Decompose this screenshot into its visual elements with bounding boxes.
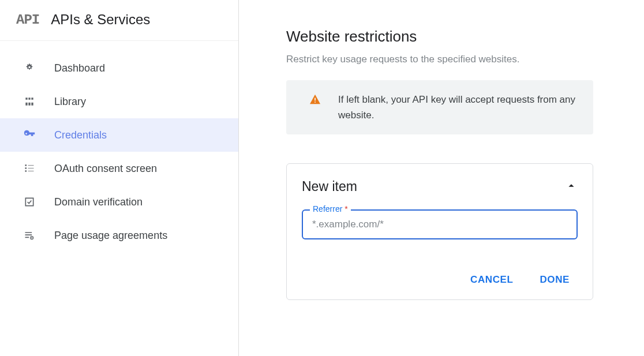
key-icon [23,129,36,141]
check-square-icon [23,196,36,208]
sidebar: API APIs & Services Dashboard Library Cr… [0,0,239,356]
cancel-button[interactable]: CANCEL [470,274,513,286]
referrer-field-wrap: Referrer * [302,209,578,239]
main-content: Website restrictions Restrict key usage … [239,0,644,356]
referrer-input[interactable] [302,209,578,239]
section-description: Restrict key usage requests to the speci… [286,54,593,65]
svg-rect-3 [314,102,316,103]
svg-rect-2 [314,98,316,101]
library-icon [23,95,36,108]
done-button[interactable]: DONE [540,274,570,286]
sidebar-item-dashboard[interactable]: Dashboard [0,51,238,85]
nav-label: Domain verification [54,196,143,208]
nav-list: Dashboard Library Credentials OAuth cons… [0,41,238,252]
sidebar-item-domain-verification[interactable]: Domain verification [0,185,238,219]
chevron-up-icon[interactable] [565,179,578,194]
consent-icon [23,162,36,175]
api-logo-icon: API [16,12,39,28]
svg-point-0 [28,66,30,68]
sidebar-item-page-usage-agreements[interactable]: Page usage agreements [0,219,238,252]
referrer-label: Referrer * [310,204,351,213]
new-item-card: New item Referrer * CANCEL DONE [286,163,593,300]
sidebar-item-credentials[interactable]: Credentials [0,118,238,152]
nav-label: Dashboard [54,62,105,74]
section-title: Website restrictions [286,28,593,46]
card-header: New item [302,179,578,194]
nav-label: Page usage agreements [54,230,167,242]
required-asterisk: * [345,204,347,213]
sidebar-item-oauth-consent[interactable]: OAuth consent screen [0,152,238,185]
warning-icon [309,94,321,107]
sidebar-item-library[interactable]: Library [0,85,238,118]
card-title: New item [302,179,357,194]
sidebar-header: API APIs & Services [0,0,238,41]
nav-label: Library [54,96,86,108]
nav-label: OAuth consent screen [54,163,157,175]
agreements-icon [23,229,36,242]
warning-text: If left blank, your API key will accept … [338,92,579,123]
sidebar-title: APIs & Services [51,12,150,28]
warning-banner: If left blank, your API key will accept … [286,80,593,134]
nav-label: Credentials [54,129,107,141]
dashboard-icon [23,62,36,74]
card-actions: CANCEL DONE [302,274,578,286]
referrer-label-text: Referrer [313,204,342,213]
